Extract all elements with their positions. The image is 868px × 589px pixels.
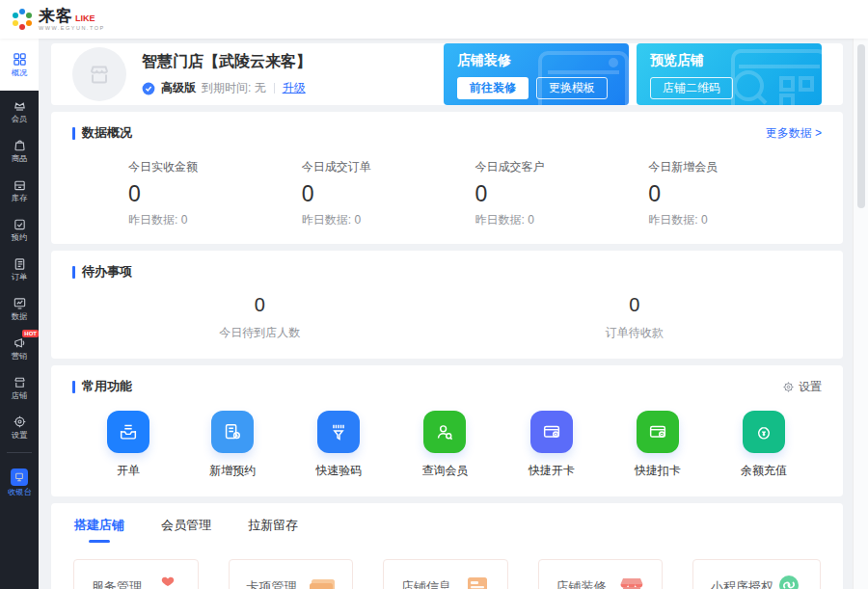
divider — [274, 83, 275, 94]
member-icon — [13, 98, 27, 113]
quick-open-card[interactable]: 快捷开卡 — [529, 411, 575, 479]
stat-today-customers: 今日成交客户 0 昨日数据: 0 — [475, 159, 649, 228]
quick-actions-card: 常用功能 设置 开单 — [51, 365, 843, 496]
sidebar-label: 会员 — [12, 115, 28, 122]
sidebar-item-order[interactable]: 订单 — [0, 249, 39, 288]
sidebar-item-marketing[interactable]: HOT 营销 — [0, 328, 39, 367]
sidebar-item-overview[interactable]: 概况 — [0, 39, 39, 91]
quick-verify-code[interactable]: 快速验码 — [315, 411, 362, 479]
sidebar-label: 预约 — [12, 233, 28, 241]
goto-decorate-button[interactable]: 前往装修 — [457, 77, 529, 99]
grid-icon — [13, 52, 27, 67]
search-member-icon — [423, 411, 466, 453]
logo-url: WWW.EGYUN.TOP — [39, 26, 105, 32]
open-card-icon — [530, 411, 573, 453]
data-overview-card: 数据概况 更多数据 > 今日实收金额 0 昨日数据: 0 今日成交订单 0 昨日… — [51, 112, 843, 244]
service-heart-hand-icon — [151, 573, 184, 589]
section-title-todo: 待办事项 — [72, 263, 132, 281]
card-store-info[interactable]: 店铺信息 — [383, 559, 508, 589]
sidebar-item-goods[interactable]: 商品 — [0, 130, 39, 170]
sidebar-divider — [7, 452, 32, 453]
promo-decorate-card: 店铺装修 前往装修 更换模板 — [444, 43, 629, 105]
sidebar-item-shop[interactable]: 店铺 — [0, 367, 39, 407]
balance-recharge-icon — [743, 411, 785, 453]
scrollbar-track[interactable] — [853, 39, 868, 589]
sidebar-label: 订单 — [12, 273, 28, 281]
main-content: 智慧门店【武陵云来客】 高级版 到期时间: 无 升级 店铺装修 — [39, 39, 853, 589]
sidebar-item-member[interactable]: 会员 — [0, 91, 39, 130]
sidebar-item-inventory[interactable]: 库存 — [0, 170, 39, 209]
upgrade-link[interactable]: 升级 — [283, 80, 306, 96]
sidebar-item-data[interactable]: 数据 — [0, 288, 39, 328]
quick-balance-recharge[interactable]: 余额充值 — [741, 411, 787, 479]
promo-title: 预览店铺 — [650, 52, 808, 69]
tab-underline — [89, 540, 110, 543]
sidebar-item-reservation[interactable]: 预约 — [0, 209, 39, 249]
sidebar: 概况 会员 商品 库存 预约 订单 数据 — [0, 39, 39, 589]
card-card-items[interactable]: 卡项管理 — [229, 559, 354, 589]
verified-icon — [142, 82, 155, 95]
sidebar-label: 概况 — [12, 68, 28, 76]
sidebar-label: 收银台 — [8, 488, 32, 495]
more-data-link[interactable]: 更多数据 > — [766, 125, 822, 142]
shop-icon — [13, 375, 27, 389]
build-tabs: 搭建店铺 会员管理 拉新留存 — [65, 517, 829, 543]
tab-member-management[interactable]: 会员管理 — [161, 517, 211, 543]
data-icon — [13, 296, 27, 310]
deduct-card-icon — [637, 411, 679, 453]
sidebar-item-cashier[interactable]: 收银台 — [0, 459, 39, 505]
store-avatar — [72, 47, 126, 101]
verify-code-icon — [317, 411, 360, 453]
app-logo[interactable]: 来客 LIKE WWW.EGYUN.TOP — [10, 7, 105, 32]
change-template-button[interactable]: 更换模板 — [536, 77, 608, 99]
section-title-data: 数据概况 — [72, 124, 132, 142]
sidebar-item-settings[interactable]: 设置 — [0, 407, 39, 446]
goods-icon — [13, 138, 27, 152]
logo-like-text: LIKE — [75, 14, 95, 23]
title-bar — [72, 381, 75, 393]
logo-text: 来客 — [39, 8, 73, 24]
expire-time: 到期时间: 无 — [202, 80, 266, 96]
card-store-decorate[interactable]: 店铺装修 — [538, 559, 664, 589]
quick-new-reservation[interactable]: 新增预约 — [209, 411, 256, 479]
hot-badge: HOT — [22, 330, 39, 337]
cashier-icon — [11, 469, 28, 486]
reservation-icon — [13, 217, 27, 231]
todo-card: 待办事项 0 今日待到店人数 0 订单待收款 — [51, 251, 843, 359]
quick-search-member[interactable]: 查询会员 — [421, 411, 468, 479]
topbar: 来客 LIKE WWW.EGYUN.TOP — [0, 0, 868, 39]
todo-arrivals: 0 今日待到店人数 — [72, 294, 448, 341]
store-qrcode-button[interactable]: 店铺二维码 — [650, 77, 733, 99]
promo-title: 店铺装修 — [457, 52, 615, 69]
card-service-management[interactable]: 服务管理 — [73, 559, 199, 589]
miniprogram-icon — [773, 573, 806, 589]
title-bar — [72, 266, 75, 279]
tab-build-store[interactable]: 搭建店铺 — [74, 517, 124, 543]
open-order-icon — [107, 411, 149, 453]
sidebar-label: 设置 — [12, 431, 28, 439]
logo-flower-icon — [10, 7, 35, 32]
scrollbar-thumb[interactable] — [857, 44, 865, 208]
inventory-icon — [13, 177, 27, 192]
todo-pending-payment: 0 订单待收款 — [448, 294, 823, 341]
sidebar-label: 营销 — [12, 352, 28, 360]
store-title: 智慧门店【武陵云来客】 — [142, 52, 312, 72]
build-store-card: 搭建店铺 会员管理 拉新留存 服务管理 卡项管理 — [51, 503, 843, 589]
new-reservation-icon — [211, 411, 254, 453]
stat-today-received: 今日实收金额 0 昨日数据: 0 — [128, 159, 302, 228]
tab-underline — [176, 540, 197, 543]
store-info-doc-icon — [461, 573, 494, 589]
quick-deduct-card[interactable]: 快捷扣卡 — [635, 411, 681, 479]
quick-settings-button[interactable]: 设置 — [782, 379, 822, 395]
gear-icon — [13, 415, 27, 429]
sidebar-label: 库存 — [12, 194, 28, 201]
stat-new-members: 今日新增会员 0 昨日数据: 0 — [648, 159, 822, 228]
tab-acquisition-retention[interactable]: 拉新留存 — [248, 517, 298, 543]
card-miniprogram-auth[interactable]: 小程序授权 — [692, 559, 821, 589]
quick-open-order[interactable]: 开单 — [107, 411, 149, 479]
promo-preview-card: 预览店铺 店铺二维码 — [637, 43, 822, 105]
gear-icon — [782, 381, 795, 393]
plan-badge: 高级版 — [161, 80, 196, 96]
sidebar-label: 数据 — [12, 312, 28, 320]
cards-icon — [306, 573, 339, 589]
